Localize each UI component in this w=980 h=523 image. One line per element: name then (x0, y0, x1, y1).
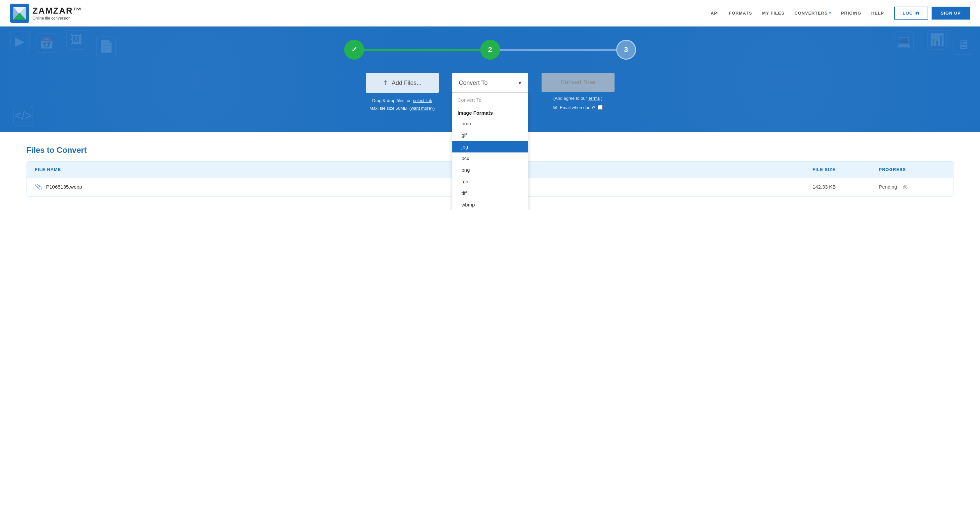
file-name-cell: 📎 P1065135.webp (35, 183, 813, 190)
actions-row: ⬆ Add Files... Drag & drop files, or sel… (27, 73, 953, 113)
nav-api[interactable]: API (711, 11, 719, 16)
select-link[interactable]: select link (413, 98, 432, 103)
upload-icon: ⬆ (383, 79, 388, 87)
add-files-label: Add Files... (392, 79, 422, 87)
dropdown-item-jpg[interactable]: jpg (452, 141, 528, 152)
convert-to-dropdown: Convert To Image Formats bmp gif jpg pcx… (452, 93, 528, 210)
dropdown-item-png[interactable]: png (452, 164, 528, 176)
col-header-filesize: FILE SIZE (813, 167, 879, 172)
files-title-prefix: Files to (27, 146, 57, 154)
file-name: P1065135.webp (46, 184, 82, 190)
dropdown-item-tiff[interactable]: tiff (452, 187, 528, 199)
convert-to-wrapper: Convert To ▾ Convert To Image Formats bm… (452, 73, 528, 93)
nav-converters-label: CONVERTERS (795, 11, 828, 16)
nav-formats[interactable]: FORMATS (729, 11, 752, 16)
hero-section: ▶ 📅 🖼 📄 💻 📊 🖥 </> ✓ 2 3 ⬆ Add Files... D… (0, 27, 980, 132)
logo-title: ZAMZAR™ (32, 6, 82, 16)
convert-now-button[interactable]: Convert Now (542, 73, 614, 92)
file-size-cell: 142.33 KB (813, 184, 879, 190)
files-title-accent: Convert (57, 146, 87, 154)
bg-icon-monitor: 🖥 (953, 35, 974, 55)
dropdown-item-pcx[interactable]: pcx (452, 152, 528, 164)
paperclip-icon: 📎 (35, 183, 42, 190)
logo-subtitle: Online file conversion (32, 16, 82, 21)
converters-chevron-icon: ▾ (829, 11, 831, 15)
nav-help[interactable]: HELP (871, 11, 884, 16)
step-3-circle: 3 (616, 40, 636, 60)
email-when-done-label: Email when done? (560, 105, 595, 110)
main-nav: API FORMATS MY FILES CONVERTERS ▾ PRICIN… (711, 11, 884, 16)
dropdown-item-tga[interactable]: tga (452, 176, 528, 187)
step-2-circle: 2 (480, 40, 500, 60)
nav-my-files[interactable]: MY FILES (762, 11, 785, 16)
nav-converters[interactable]: CONVERTERS ▾ (795, 11, 831, 16)
step-line-2-3 (500, 49, 616, 51)
step-1-circle: ✓ (344, 40, 364, 60)
login-button[interactable]: LOG IN (894, 6, 928, 19)
remove-file-button[interactable]: ⊗ (902, 183, 908, 191)
header: ZAMZAR™ Online file conversion API FORMA… (0, 0, 980, 27)
signup-button[interactable]: SIGN UP (932, 6, 970, 19)
email-icon: ✉ (553, 105, 557, 110)
add-files-col: ⬆ Add Files... Drag & drop files, or sel… (366, 73, 439, 113)
dropdown-placeholder: Convert To (452, 93, 528, 107)
nav-pricing[interactable]: PRICING (841, 11, 861, 16)
progress-status: Pending (879, 184, 897, 190)
convert-now-col: Convert Now (And agree to our Terms ) ✉ … (542, 73, 614, 110)
logo-area: ZAMZAR™ Online file conversion (10, 4, 82, 23)
dropdown-item-wbmp[interactable]: wbmp (452, 199, 528, 210)
convert-to-button[interactable]: Convert To ▾ (452, 73, 528, 93)
col-header-progress: PROGRESS (879, 167, 945, 172)
step-line-1-2 (364, 49, 480, 51)
dropdown-group-image: Image Formats (452, 107, 528, 118)
email-row: ✉ Email when done? (553, 105, 603, 110)
dropdown-item-gif[interactable]: gif (452, 129, 528, 141)
progress-cell: Pending ⊗ (879, 183, 945, 191)
col-header-filename: FILE NAME (35, 167, 813, 172)
dropdown-item-bmp[interactable]: bmp (452, 118, 528, 129)
zamzar-logo-icon (10, 4, 29, 23)
add-files-subtitle: Drag & drop files, or select link Max. f… (369, 97, 435, 113)
terms-link[interactable]: Terms (588, 96, 600, 101)
convert-now-subtitle: (And agree to our Terms ) (554, 96, 603, 101)
add-files-button[interactable]: ⬆ Add Files... (366, 73, 439, 93)
convert-to-label: Convert To (459, 79, 488, 87)
convert-to-col: Convert To ▾ Convert To Image Formats bm… (452, 73, 528, 93)
step-progress: ✓ 2 3 (27, 40, 953, 60)
email-when-done-checkbox[interactable] (598, 105, 603, 110)
convert-to-chevron-icon: ▾ (519, 79, 521, 87)
want-more-link[interactable]: (want more?) (409, 106, 435, 111)
